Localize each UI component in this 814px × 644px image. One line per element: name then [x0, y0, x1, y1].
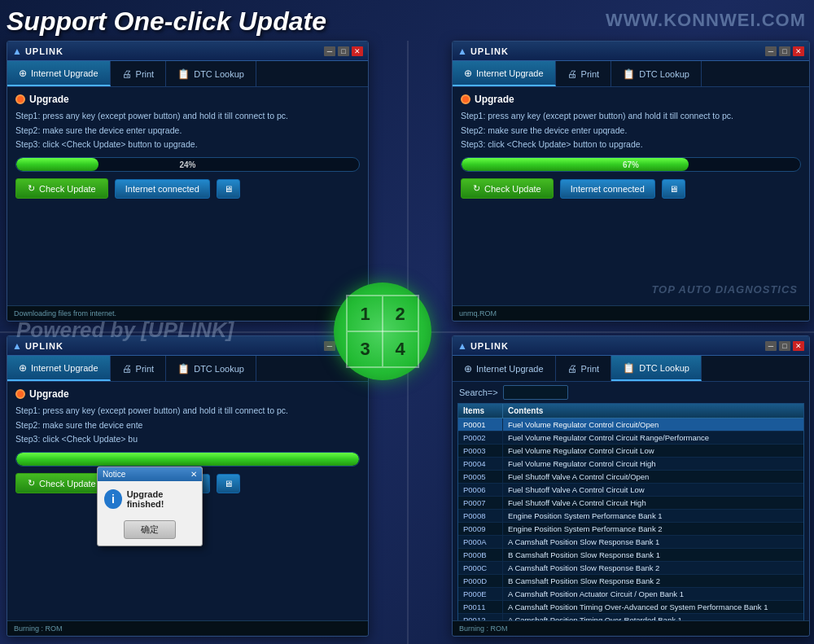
check-update-btn-q1[interactable]: ↻ Check Update — [15, 178, 108, 199]
refresh-icon-q1: ↻ — [28, 183, 35, 194]
close-btn-quad4[interactable]: ✕ — [793, 341, 804, 351]
minimize-btn-quad4[interactable]: ─ — [765, 341, 777, 351]
content-quad1: Upgrade Step1: press any key (except pow… — [7, 87, 368, 305]
table-row[interactable]: P0009Engine Position System Performance … — [458, 523, 803, 536]
upgrade-header-q2: Upgrade — [461, 94, 801, 105]
col-header-contents: Contents — [503, 404, 803, 418]
upgrade-section-q3: Upgrade Step1: press any key (except pow… — [15, 388, 360, 445]
titlebar-icon-quad2: ▲ — [457, 46, 467, 57]
minimize-btn-quad2[interactable]: ─ — [765, 46, 777, 56]
status-bar-q4: Burning : ROM — [453, 620, 809, 635]
upgrade-title-q3: Upgrade — [29, 388, 69, 400]
check-update-btn-q3[interactable]: ↻ Check Update — [15, 473, 108, 493]
quad-num-1: 1 — [348, 296, 383, 331]
tab-print-q3[interactable]: 🖨 Print — [111, 356, 167, 381]
progress-fill-q3 — [16, 453, 359, 466]
tab-label-dtc-q3: DTC Lookup — [194, 364, 244, 374]
check-update-label-q1: Check Update — [39, 184, 96, 194]
cell-content: Fuel Shutoff Valve A Control Circuit/Ope… — [503, 471, 803, 483]
monitor-icon-btn-q2[interactable]: 🖥 — [662, 179, 685, 199]
cell-content: Fuel Volume Regulator Control Circuit Lo… — [503, 445, 803, 457]
maximize-btn-quad2[interactable]: □ — [779, 46, 790, 56]
tab-internet-upgrade-q2[interactable]: ⊕ Internet Upgrade — [453, 61, 556, 86]
tab-label-dtc-q4: DTC Lookup — [639, 363, 689, 373]
tab-internet-upgrade-q4[interactable]: ⊕ Internet Upgrade — [453, 356, 556, 381]
tabs-quad1: ⊕ Internet Upgrade 🖨 Print 📋 DTC Lookup — [7, 61, 368, 87]
table-row[interactable]: P0007Fuel Shutoff Valve A Control Circui… — [458, 497, 803, 510]
refresh-icon-q2: ↻ — [473, 183, 480, 194]
tab-label-print-q3: Print — [136, 364, 155, 374]
step2-q2: Step2: make sure the device enter upqrad… — [461, 125, 801, 137]
monitor-icon-btn-q1[interactable]: 🖥 — [217, 179, 240, 199]
circle-inner: 1 2 3 4 — [346, 295, 419, 368]
window-quad2: ▲ UPLINK ─ □ ✕ ⊕ Internet Upgrade 🖨 Prin… — [452, 41, 810, 322]
tab-label-upgrade-q3: Internet Upgrade — [31, 363, 98, 373]
cell-content: A Camshaft Position Timing Over-Advanced… — [503, 601, 803, 613]
table-row[interactable]: P0001Fuel Volume Regulator Control Circu… — [458, 418, 803, 432]
search-input[interactable] — [503, 385, 568, 400]
cell-item: P000A — [458, 536, 503, 548]
maximize-btn-quad4[interactable]: □ — [779, 341, 790, 351]
status-text-q3: Burning : ROM — [14, 624, 63, 633]
table-row[interactable]: P000EA Camshaft Position Actuator Circui… — [458, 588, 803, 601]
notice-titlebar: Notice ✕ — [98, 467, 202, 481]
notice-ok-btn[interactable]: 确定 — [124, 520, 176, 539]
table-row[interactable]: P0012A Camshaft Position Timing Over-Ret… — [458, 614, 803, 620]
table-row[interactable]: P0011A Camshaft Position Timing Over-Adv… — [458, 601, 803, 614]
notice-close-icon[interactable]: ✕ — [190, 470, 197, 479]
cell-item: P0002 — [458, 432, 503, 444]
tab-icon-print-q2: 🖨 — [567, 68, 577, 80]
cell-content: Fuel Volume Regulator Control Circuit/Op… — [503, 418, 803, 431]
table-row[interactable]: P0004Fuel Volume Regulator Control Circu… — [458, 458, 803, 471]
tab-dtc-q4[interactable]: 📋 DTC Lookup — [611, 356, 702, 381]
upgrade-title-q2: Upgrade — [475, 94, 514, 105]
monitor-icon-btn-q3[interactable]: 🖥 — [217, 474, 240, 493]
tab-icon-dtc-q2: 📋 — [623, 68, 635, 80]
status-text-q2: unmq.ROM — [459, 309, 497, 318]
internet-label-q2: Internet connected — [571, 184, 645, 194]
titlebar-title-quad4: UPLINK — [470, 341, 765, 351]
upgrade-section-q2: Upgrade Step1: press any key (except pow… — [461, 94, 801, 151]
table-row[interactable]: P0008Engine Position System Performance … — [458, 510, 803, 523]
minimize-btn-quad1[interactable]: ─ — [324, 46, 335, 56]
tab-print-q4[interactable]: 🖨 Print — [556, 356, 612, 381]
progress-bar-q1: 24% — [15, 157, 360, 172]
step1-q1: Step1: press any key (except power butto… — [15, 110, 360, 122]
minimize-btn-quad3[interactable]: ─ — [324, 341, 335, 351]
tab-dtc-q3[interactable]: 📋 DTC Lookup — [166, 356, 256, 381]
table-row[interactable]: P000DB Camshaft Position Slow Response B… — [458, 575, 803, 588]
tab-label-upgrade-q4: Internet Upgrade — [476, 364, 544, 374]
check-update-btn-q2[interactable]: ↻ Check Update — [461, 178, 554, 199]
cell-content: B Camshaft Position Slow Response Bank 1 — [503, 549, 803, 561]
close-btn-quad2[interactable]: ✕ — [793, 46, 804, 56]
dtc-table: Items Contents P0001Fuel Volume Regulato… — [457, 403, 804, 620]
search-label: Search=> — [459, 388, 498, 397]
status-bar-q2: unmq.ROM — [453, 305, 809, 320]
tab-print-q2[interactable]: 🖨 Print — [556, 61, 612, 86]
table-row[interactable]: P000AA Camshaft Position Slow Response B… — [458, 536, 803, 549]
cell-item: P0004 — [458, 458, 503, 470]
maximize-btn-quad1[interactable]: □ — [338, 46, 349, 56]
table-row[interactable]: P0002Fuel Volume Regulator Control Circu… — [458, 432, 803, 445]
cell-content: Fuel Shutoff Valve A Control Circuit Hig… — [503, 497, 803, 509]
internet-connected-btn-q1[interactable]: Internet connected — [115, 179, 210, 199]
tab-internet-upgrade-q3[interactable]: ⊕ Internet Upgrade — [7, 356, 111, 381]
tab-dtc-q2[interactable]: 📋 DTC Lookup — [611, 61, 702, 86]
tab-internet-upgrade-q1[interactable]: ⊕ Internet Upgrade — [7, 61, 111, 86]
internet-connected-btn-q2[interactable]: Internet connected — [560, 179, 655, 199]
table-row[interactable]: P0006Fuel Shutoff Valve A Control Circui… — [458, 484, 803, 497]
cell-item: P0009 — [458, 523, 503, 535]
tabs-quad3: ⊕ Internet Upgrade 🖨 Print 📋 DTC Lookup — [7, 356, 368, 382]
table-row[interactable]: P0005Fuel Shutoff Valve A Control Circui… — [458, 471, 803, 484]
close-btn-quad1[interactable]: ✕ — [352, 46, 363, 56]
window-controls-quad2: ─ □ ✕ — [765, 46, 804, 56]
tab-print-q1[interactable]: 🖨 Print — [111, 61, 167, 86]
table-row[interactable]: P000CA Camshaft Position Slow Response B… — [458, 562, 803, 575]
table-row[interactable]: P0003Fuel Volume Regulator Control Circu… — [458, 445, 803, 458]
progress-fill-q1 — [16, 158, 98, 171]
quad-num-3: 3 — [348, 331, 383, 366]
notice-info-icon: i — [104, 489, 122, 509]
table-row[interactable]: P000BB Camshaft Position Slow Response B… — [458, 549, 803, 562]
tab-dtc-q1[interactable]: 📋 DTC Lookup — [166, 61, 256, 86]
dtc-content: Search=> Items Contents P0001Fuel Volume… — [453, 382, 809, 620]
